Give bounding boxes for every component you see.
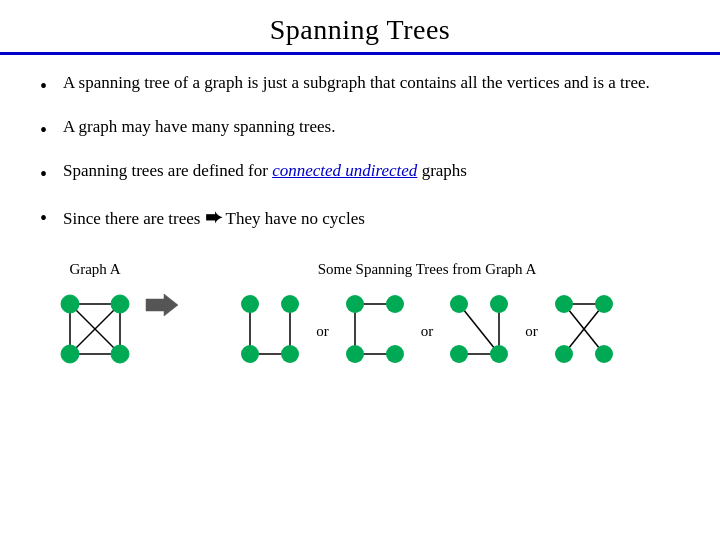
svg-point-36 <box>595 295 613 313</box>
graph-a-label: Graph A <box>69 261 120 278</box>
bullet-text-2: A graph may have many spanning trees. <box>63 115 335 140</box>
bullet-text-1: A spanning tree of a graph is just a sub… <box>63 71 650 96</box>
bullet-item-4: • Since there are trees ➨ They have no c… <box>40 203 680 233</box>
bullet-dot-1: • <box>40 72 47 101</box>
right-arrow-icon <box>144 291 180 319</box>
bullet-dot-3: • <box>40 160 47 189</box>
spanning-tree-3-svg <box>439 284 519 379</box>
svg-point-6 <box>61 295 79 313</box>
svg-point-17 <box>281 345 299 363</box>
bullet-item-3: • Spanning trees are defined for connect… <box>40 159 680 189</box>
bullet3-prefix: Spanning trees are defined for <box>63 161 272 180</box>
svg-marker-10 <box>146 294 178 316</box>
right-arrow-container <box>144 291 180 319</box>
bullet-text-4: Since there are trees ➨ They have no cyc… <box>63 203 365 232</box>
title-bar: Spanning Trees <box>0 0 720 55</box>
svg-point-7 <box>111 295 129 313</box>
svg-point-35 <box>555 295 573 313</box>
svg-point-21 <box>346 295 364 313</box>
graph-a-svg <box>50 284 140 379</box>
svg-point-8 <box>61 345 79 363</box>
svg-point-24 <box>386 345 404 363</box>
bullet-dot-2: • <box>40 116 47 145</box>
or-text-1: or <box>316 323 329 340</box>
bullet3-suffix: graphs <box>417 161 467 180</box>
spanning-tree-1-svg <box>230 284 310 379</box>
bullet-list: • A spanning tree of a graph is just a s… <box>40 71 680 247</box>
slide-title: Spanning Trees <box>270 14 450 45</box>
bullet-text-3: Spanning trees are defined for connected… <box>63 159 467 184</box>
bullet4-prefix: Since there are trees <box>63 209 205 228</box>
svg-point-28 <box>450 295 468 313</box>
svg-point-15 <box>281 295 299 313</box>
bullet-item-1: • A spanning tree of a graph is just a s… <box>40 71 680 101</box>
svg-point-30 <box>450 345 468 363</box>
diagrams-row: or or <box>230 284 624 379</box>
slide: Spanning Trees • A spanning tree of a gr… <box>0 0 720 540</box>
bullet-item-2: • A graph may have many spanning trees. <box>40 115 680 145</box>
svg-point-38 <box>595 345 613 363</box>
graph-a-section: Graph A <box>50 261 140 379</box>
svg-point-31 <box>490 345 508 363</box>
svg-line-25 <box>459 304 499 354</box>
bullet3-highlight: connected undirected <box>272 161 417 180</box>
diagram-area: Graph A <box>40 261 680 379</box>
spanning-tree-2-svg <box>335 284 415 379</box>
svg-point-23 <box>346 345 364 363</box>
spanning-trees-section: Some Spanning Trees from Graph A or <box>184 261 670 379</box>
svg-point-37 <box>555 345 573 363</box>
bullet4-arrow: ➨ <box>205 206 222 228</box>
svg-point-29 <box>490 295 508 313</box>
or-text-3: or <box>525 323 538 340</box>
content-area: • A spanning tree of a graph is just a s… <box>0 55 720 540</box>
or-text-2: or <box>421 323 434 340</box>
svg-point-22 <box>386 295 404 313</box>
bullet-dot-4: • <box>40 204 47 233</box>
bullet4-suffix: They have no cycles <box>222 209 365 228</box>
spanning-label: Some Spanning Trees from Graph A <box>318 261 537 278</box>
svg-point-14 <box>241 295 259 313</box>
svg-point-9 <box>111 345 129 363</box>
svg-point-16 <box>241 345 259 363</box>
spanning-tree-4-svg <box>544 284 624 379</box>
